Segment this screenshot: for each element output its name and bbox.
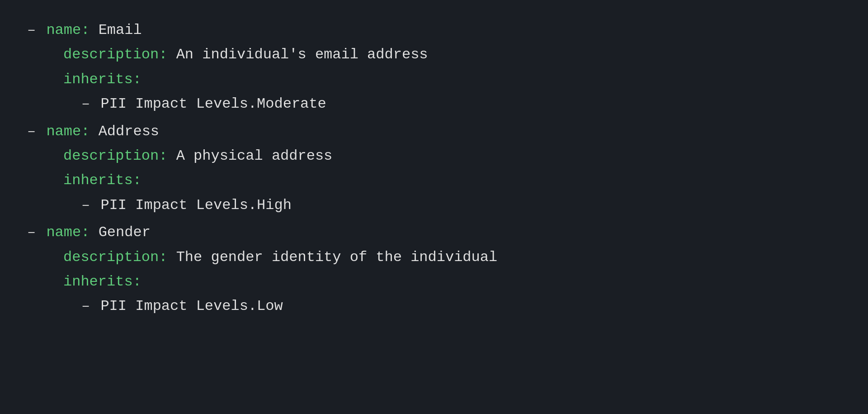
gender-description-line: description : The gender identity of the… [27,245,497,270]
email-description-line: description : An individual's email addr… [27,43,497,67]
email-inherits-bullet: – [81,92,99,116]
email-inherits-key-line: inherits : [27,67,497,92]
address-name-key: name [46,119,81,144]
address-inherits-value-line: – PII Impact Levels.High [27,193,497,218]
address-name-value: Address [99,119,159,144]
email-description-key: description [63,43,159,67]
address-inherits-key: inherits [63,168,133,193]
email-inherits-key: inherits [63,67,133,92]
gender-inherits-value-line: – PII Impact Levels.Low [27,294,497,319]
gender-inherits-value: PII Impact Levels.Low [100,294,283,319]
gender-description-key: description [63,245,159,270]
address-description-key: description [63,144,159,168]
address-inherits-key-line: inherits : [27,168,497,193]
yaml-code-block: – name : Email description : An individu… [0,0,524,340]
address-inherits-value: PII Impact Levels.High [100,193,291,218]
address-name-line: – name : Address [27,119,497,144]
email-name-line: – name : Email [27,18,497,43]
yaml-entry-address: – name : Address description : A physica… [27,119,497,218]
gender-name-key: name [46,220,81,245]
gender-bullet: – [27,220,44,245]
yaml-entry-gender: – name : Gender description : The gender… [27,220,497,319]
email-bullet: – [27,18,44,43]
gender-description-value: The gender identity of the individual [176,245,498,270]
gender-inherits-key-line: inherits : [27,270,497,294]
email-name-key: name [46,18,81,43]
email-inherits-value: PII Impact Levels.Moderate [100,92,326,116]
address-description-line: description : A physical address [27,144,497,168]
gender-inherits-bullet: – [81,294,99,319]
address-inherits-bullet: – [81,193,99,218]
email-name-value: Email [99,18,142,43]
email-inherits-value-line: – PII Impact Levels.Moderate [27,92,497,116]
email-description-value: An individual's email address [176,43,428,67]
address-description-value: A physical address [176,144,333,168]
address-bullet: – [27,119,44,144]
gender-name-line: – name : Gender [27,220,497,245]
gender-name-value: Gender [99,220,151,245]
yaml-entry-email: – name : Email description : An individu… [27,18,497,117]
gender-inherits-key: inherits [63,270,133,294]
